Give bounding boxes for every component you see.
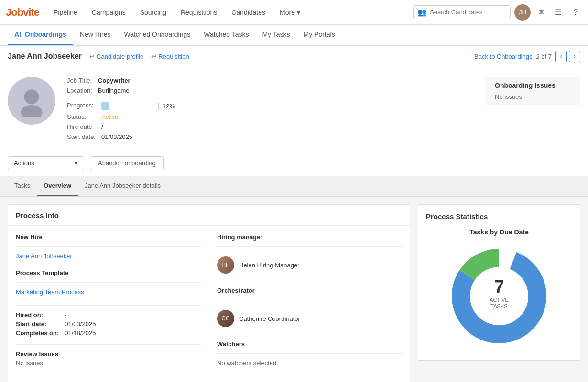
candidate-profile-link[interactable]: ↩ Candidate profile — [89, 53, 143, 60]
orchestrator-section: Orchestrator CC Catherine Coordinator — [217, 287, 402, 331]
abandon-button[interactable]: Abandon onboarding — [90, 156, 164, 170]
process-template-section: Process Template Marketing Team Process — [16, 269, 201, 296]
review-issues-value: No issues — [16, 360, 201, 367]
nav-requisitions[interactable]: Requisitions — [174, 6, 224, 19]
avatar[interactable]: JH — [514, 4, 531, 21]
orchestrator-label: Orchestrator — [217, 287, 402, 294]
actions-chevron-icon: ▾ — [75, 159, 78, 167]
sub-nav: All Onboardings New Hires Watched Onboar… — [0, 25, 588, 46]
start-date-value: 01/03/2025 — [65, 320, 201, 328]
status-label: Status: — [67, 113, 96, 120]
requisition-icon: ↩ — [151, 53, 156, 60]
nav-campaigns[interactable]: Campaigns — [85, 6, 132, 19]
location-value: Burlingame — [98, 87, 473, 94]
prev-arrow[interactable]: ‹ — [555, 51, 567, 62]
progress-pct: 12% — [163, 103, 175, 110]
donut-sublabel: TASKS — [490, 303, 507, 309]
issues-title: Onboarding Issues — [495, 82, 571, 89]
people-search-icon: 👥 — [417, 8, 427, 17]
hire-date-label: Hire date: — [67, 123, 96, 130]
orchestrator-row: CC Catherine Coordinator — [217, 306, 402, 331]
page-counter: 2 of 7 — [536, 53, 552, 60]
nav-arrows: ‹ › — [555, 51, 580, 62]
new-hire-section: New Hire Jane Ann Jobseeker — [16, 233, 201, 260]
start-date-label: Start date: — [16, 320, 59, 328]
process-template-label: Process Template — [16, 269, 201, 276]
new-hire-link[interactable]: Jane Ann Jobseeker — [16, 253, 72, 260]
review-issues-label: Review Issues — [16, 350, 201, 358]
subnav-new-hires[interactable]: New Hires — [73, 25, 118, 45]
hiring-manager-avatar: HH — [217, 256, 234, 274]
nav-links: Pipeline Campaigns Sourcing Requisitions… — [47, 6, 413, 19]
chevron-down-icon: ▾ — [297, 9, 300, 16]
progress-label: Progress: — [67, 102, 96, 110]
candidate-links: ↩ Candidate profile ↩ Requisition — [89, 53, 189, 60]
top-nav: Jobvite Pipeline Campaigns Sourcing Requ… — [0, 0, 588, 25]
nav-pipeline[interactable]: Pipeline — [47, 6, 84, 19]
watchers-value: No watchers selected. — [217, 360, 402, 367]
nav-sourcing[interactable]: Sourcing — [133, 6, 173, 19]
process-info-body: New Hire Jane Ann Jobseeker Process Temp… — [8, 226, 410, 382]
process-template-link[interactable]: Marketing Team Process — [16, 288, 84, 296]
search-area: 👥 JH ✉ ☰ ? — [413, 4, 582, 21]
process-info-title: Process Info — [8, 205, 410, 226]
no-issues-text: No issues — [495, 93, 571, 100]
hiring-manager-row: HH Helen Hiring Manager — [217, 253, 402, 277]
process-col-left: New Hire Jane Ann Jobseeker Process Temp… — [16, 233, 209, 376]
actions-button[interactable]: Actions ▾ — [8, 156, 84, 170]
tab-jane-details[interactable]: Jane Ann Jobseeker details — [78, 176, 167, 196]
back-to-onboardings-link[interactable]: Back to Onboardings — [474, 53, 532, 60]
candidate-avatar — [8, 77, 55, 125]
next-arrow[interactable]: › — [569, 51, 580, 62]
candidate-name: Jane Ann Jobseeker — [8, 52, 82, 61]
nav-more[interactable]: More ▾ — [273, 6, 307, 19]
subnav-watched-onboardings[interactable]: Watched Onboardings — [117, 25, 197, 45]
orchestrator-avatar: CC — [217, 310, 234, 327]
watchers-label: Watchers — [217, 340, 402, 348]
process-stats-card: Process Statistics Tasks by Due Date 7 A… — [418, 204, 580, 361]
avatar-svg — [15, 84, 48, 117]
dates-grid: Hired on: - Start date: 01/03/2025 Compl… — [16, 311, 201, 337]
svg-point-1 — [21, 105, 43, 117]
candidate-name-area: Jane Ann Jobseeker ↩ Candidate profile ↩… — [8, 52, 189, 61]
stats-title: Process Statistics — [426, 212, 572, 221]
hired-on-value: - — [65, 311, 201, 318]
donut-chart: 7 ACTIVE TASKS — [446, 244, 552, 349]
profile-fields: Job Title: Copywriter Location: Burlinga… — [67, 77, 473, 94]
progress-bar-container — [101, 102, 159, 110]
process-col-right: Hiring manager HH Helen Hiring Manager O… — [209, 233, 402, 376]
tab-overview[interactable]: Overview — [37, 176, 78, 196]
donut-count: 7 — [494, 277, 504, 297]
subnav-watched-tasks[interactable]: Watched Tasks — [197, 25, 255, 45]
progress-bar-fill — [102, 102, 109, 110]
orchestrator-name: Catherine Coordinator — [239, 315, 300, 322]
watchers-section: Watchers No watchers selected. — [217, 340, 402, 367]
process-info-card: Process Info New Hire Jane Ann Jobseeker… — [8, 204, 410, 382]
subnav-all-onboardings[interactable]: All Onboardings — [8, 25, 73, 45]
requisition-link[interactable]: ↩ Requisition — [151, 53, 189, 60]
menu-icon[interactable]: ☰ — [552, 6, 565, 19]
subnav-my-portals[interactable]: My Portals — [297, 25, 342, 45]
back-nav: Back to Onboardings 2 of 7 ‹ › — [474, 51, 580, 62]
search-input[interactable] — [430, 9, 506, 16]
svg-point-0 — [24, 89, 39, 104]
hiring-manager-section: Hiring manager HH Helen Hiring Manager — [217, 233, 402, 277]
job-title-label: Job Title: — [67, 77, 92, 84]
profile-section: Job Title: Copywriter Location: Burlinga… — [0, 67, 588, 150]
nav-candidates[interactable]: Candidates — [225, 6, 272, 19]
onboarding-issues: Onboarding Issues No issues — [485, 77, 580, 105]
hiring-manager-label: Hiring manager — [217, 233, 402, 241]
main-content: Process Info New Hire Jane Ann Jobseeker… — [0, 197, 588, 382]
subnav-my-tasks[interactable]: My Tasks — [255, 25, 296, 45]
start-date-value: 01/03/2025 — [101, 133, 473, 140]
help-icon[interactable]: ? — [569, 6, 582, 19]
profile-icon: ↩ — [89, 53, 95, 60]
chart-title: Tasks by Due Date — [426, 228, 572, 236]
mail-icon[interactable]: ✉ — [534, 6, 548, 19]
left-panel: Process Info New Hire Jane Ann Jobseeker… — [8, 204, 410, 382]
hired-on-label: Hired on: — [16, 311, 59, 318]
status-value: Active — [101, 113, 473, 120]
review-issues-section: Review Issues No issues — [16, 344, 201, 367]
location-label: Location: — [67, 87, 92, 94]
tab-tasks[interactable]: Tasks — [8, 176, 37, 196]
